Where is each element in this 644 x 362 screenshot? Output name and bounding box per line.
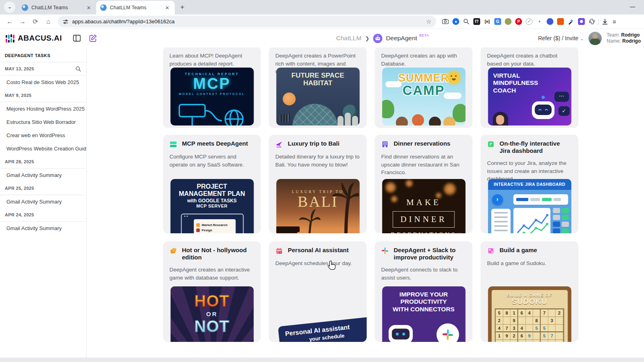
forward-button[interactable]: → [17, 16, 28, 27]
sudoku-cell: 2 [511, 332, 518, 340]
sudoku-cell [503, 317, 511, 325]
kid-shape [396, 117, 408, 125]
breadcrumb-deepagent[interactable]: DeepAgent [386, 35, 417, 42]
new-tab-button[interactable]: + [177, 2, 188, 12]
sudoku-cell [533, 309, 541, 317]
sudoku-cell [526, 317, 533, 325]
search-icon[interactable] [75, 66, 81, 72]
sudoku-cell [511, 340, 518, 342]
tab-close-icon[interactable]: ✕ [164, 5, 171, 11]
server-icon [169, 140, 177, 148]
card-dinner-reservations[interactable]: Dinner reservationsFind dinner reservati… [375, 135, 473, 233]
magnifier-icon[interactable] [463, 18, 470, 25]
sudoku-cell: 7 [548, 332, 556, 340]
app-header: ABACUS.AI ChatLLM ❯ DeepAgent BETA Refer… [0, 29, 644, 47]
pencil-circle-icon[interactable] [526, 18, 533, 25]
sudoku-cell [548, 309, 556, 317]
sudoku-cell: 4 [518, 325, 526, 332]
card-title: Build a game [500, 247, 537, 254]
camera-icon[interactable] [442, 18, 449, 25]
account-info: Team: Rodrigo Name: Rodrigo [607, 32, 641, 44]
fund-question-icon[interactable]: f? [473, 18, 480, 25]
card-summer-camp[interactable]: DeepAgent creates an app with Database.S… [375, 47, 473, 128]
card-row-2: MCP meets DeepAgentConfigure MCP servers… [163, 135, 578, 233]
sidebar-task-item[interactable]: Gmail Activity Summary [0, 169, 86, 182]
tab-close-icon[interactable]: ✕ [85, 5, 92, 11]
card-description: Configure MCP servers and operate on any… [169, 153, 254, 169]
art-text: HABITAT [276, 79, 359, 87]
sudoku-cell: 5 [496, 340, 504, 342]
green-plus-icon[interactable]: + [536, 18, 543, 25]
sudoku-board: BUILD A GAME OFSUDOKU5816472298347345519… [491, 290, 568, 342]
sidebar-toggle-icon[interactable] [72, 34, 81, 43]
purple-square-icon[interactable]: ✺ [578, 18, 585, 25]
window-minimize-button[interactable]: — [630, 4, 635, 10]
card-description: DeepAgent creates an interactive game wi… [169, 266, 254, 282]
sidebar-task-item[interactable]: Costo Real de Sitios Web 2025 [0, 76, 86, 89]
card-description: Build a game of Sudoku. [487, 259, 572, 267]
card-slack-productivity[interactable]: DeepAgent + Slack to improve productivit… [375, 241, 473, 342]
bookmark-star-icon[interactable]: ☆ [426, 18, 431, 25]
card-title: Personal AI assistant [288, 247, 349, 254]
card-bali-trip[interactable]: Luxury trip to BaliDetailed itinerary fo… [269, 135, 367, 233]
tab-active[interactable]: ChatLLM Teams ✕ [96, 1, 175, 14]
card-space-habitat[interactable]: DeepAgent creates a PowerPoint rich with… [269, 47, 367, 128]
card-build-a-game[interactable]: Build a gameBuild a game of Sudoku.BUILD… [481, 241, 578, 342]
brackets-icon[interactable]: [н] [484, 18, 491, 25]
home-button[interactable]: ⌂ [43, 16, 54, 27]
sidebar-task-item[interactable]: Estructura Sitio Web Borrador [0, 115, 86, 129]
sidebar-date-header: APR 25, 2025 [0, 182, 86, 195]
bokeh-light [444, 183, 456, 195]
orange-square-icon[interactable] [557, 18, 564, 25]
tab-search-button[interactable]: ⌄ [4, 2, 15, 13]
sidebar-task-item[interactable]: Gmail Activity Summary [0, 222, 86, 235]
sidebar-task-item[interactable]: Mejores Hosting WordPress 2025 [0, 102, 86, 115]
sudoku-grid: 5816472298347345519269575821 [495, 309, 564, 342]
card-header: Hot or Not - hollywood edition [169, 247, 254, 261]
sudoku-cell [541, 317, 548, 325]
solar-panel-shape [279, 114, 291, 123]
indigo-circle-icon[interactable] [547, 18, 553, 25]
olive-dot-icon[interactable] [505, 18, 512, 25]
sudoku-cell: 5 [496, 309, 504, 317]
reload-button[interactable]: ⟳ [30, 16, 41, 27]
card-description: DeepAgent creates an app with Database. [381, 52, 466, 68]
checklist-card: Market ResearchPesignPrototypeTesting [194, 219, 235, 233]
browser-menu-icon[interactable]: ≡ [613, 18, 616, 25]
tab-inactive[interactable]: ChatLLM Teams ✕ [18, 1, 96, 14]
art-text: MANAGEMENT PLAN [170, 190, 254, 197]
card-mcp-report[interactable]: Learn about MCP! DeepAgent produces a de… [163, 47, 261, 128]
ask-ai-icon[interactable]: ● [452, 18, 459, 25]
download-icon[interactable] [601, 18, 609, 25]
card-mindfulness-coach[interactable]: DeepAgent creates a chatbot based on you… [481, 47, 578, 128]
dashboard-sidebar-shape [491, 209, 510, 233]
pinterest-icon[interactable]: P [515, 18, 522, 25]
eyedropper-icon[interactable] [568, 18, 574, 25]
tab-favicon [100, 4, 107, 11]
breadcrumb-chatllm[interactable]: ChatLLM [336, 35, 361, 42]
new-chat-compose-icon[interactable] [89, 34, 97, 43]
card-personal-ai-assistant[interactable]: Personal AI assistantDeepAgent schedules… [269, 241, 367, 342]
card-title: Luxury trip to Bali [288, 140, 339, 147]
sudoku-cell [526, 325, 533, 332]
robot-head-shape [532, 101, 554, 119]
back-button[interactable]: ← [4, 16, 15, 27]
address-bar[interactable]: apps.abacus.ai/chatllm/?appId=13e06162ca… [58, 16, 436, 27]
cloud-shape [444, 93, 461, 99]
site-settings-icon[interactable] [63, 19, 68, 25]
puzzle-icon[interactable] [588, 18, 595, 25]
avatar[interactable] [588, 32, 602, 45]
url-text: apps.abacus.ai/chatllm/?appId=13e06162ca [72, 19, 423, 25]
tab-strip: ⌄ ChatLLM Teams ✕ ChatLLM Teams ✕ + — [0, 0, 644, 14]
abacus-logo[interactable]: ABACUS.AI [6, 34, 62, 43]
translate-icon[interactable]: G [494, 18, 501, 25]
sidebar-task-item[interactable]: WordPress Website Creation Guide [0, 142, 86, 155]
sidebar-task-item[interactable]: Crear web en WordPress [0, 129, 86, 142]
art-text: PROJECT [170, 183, 254, 190]
card-hot-or-not[interactable]: Hot or Not - hollywood editionDeepAgent … [163, 241, 261, 342]
card-jira-dashboard[interactable]: On-the-fly interactive Jira dashboardCon… [481, 135, 578, 233]
card-mcp-meets-deepagent[interactable]: MCP meets DeepAgentConfigure MCP servers… [163, 135, 261, 233]
woman-face [496, 115, 504, 125]
sidebar-task-item[interactable]: Gmail Activity Summary [0, 195, 86, 208]
refer-invite-button[interactable]: Refer ($) / Invite⌄ [538, 35, 584, 41]
